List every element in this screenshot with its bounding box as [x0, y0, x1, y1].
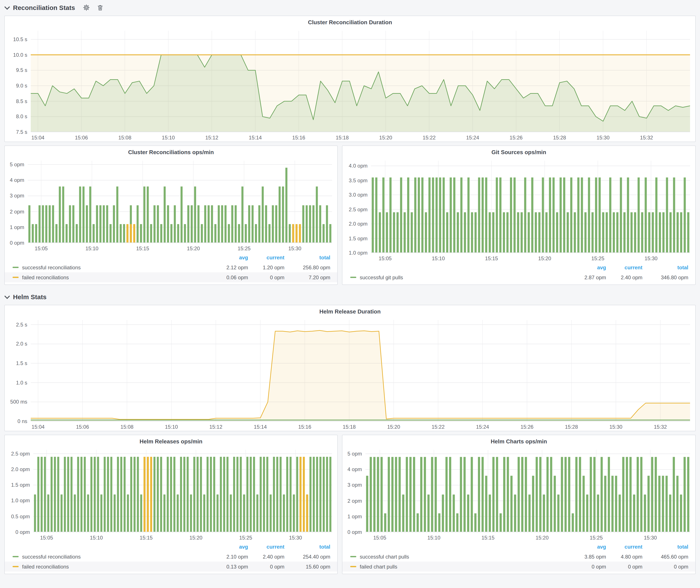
chevron-down-icon[interactable]	[4, 293, 10, 299]
x-tick-label: 15:12	[205, 135, 218, 141]
gear-icon[interactable]	[83, 4, 90, 11]
y-tick-label: 3 opm	[345, 482, 362, 488]
legend-sort-total[interactable]: total	[284, 544, 330, 550]
chart-plot-area[interactable]: 2.5 opm2.0 opm1.5 opm1.0 opm0.5 opm0 opm…	[7, 446, 335, 542]
section-title[interactable]: Reconciliation Stats	[13, 4, 75, 11]
legend-total-value: 254.40 opm	[284, 554, 330, 560]
x-tick-label: 15:30	[609, 424, 622, 430]
legend-row: successful chart pulls3.85 opm4.80 opm46…	[342, 552, 695, 562]
chart-canvas[interactable]	[28, 161, 332, 243]
x-tick-label: 15:08	[118, 135, 131, 141]
x-tick-label: 15:10	[427, 535, 440, 541]
y-tick-label: 2 opm	[7, 208, 24, 215]
legend-series-label[interactable]: successful reconciliations	[22, 554, 81, 560]
section-title[interactable]: Helm Stats	[13, 293, 47, 300]
y-tick-label: 1.5 opm	[345, 235, 368, 241]
legend-current-value: 0 opm	[248, 274, 284, 280]
section-header-reconciliation-stats: Reconciliation Stats	[5, 1, 696, 14]
legend-header-row: avgcurrenttotal	[342, 262, 695, 272]
legend-series-label[interactable]: failed chart pulls	[360, 564, 397, 570]
legend-sort-avg[interactable]: avg	[570, 544, 606, 550]
chart-plot-area[interactable]: 5 opm4 opm3 opm2 opm1 opm0 opm15:0515:10…	[7, 157, 335, 252]
legend-sort-avg[interactable]: avg	[212, 544, 248, 550]
x-tick-label: 15:25	[239, 535, 252, 541]
legend-sort-total[interactable]: total	[284, 254, 330, 260]
chart-plot-area[interactable]: 10.5 s10.0 s9.5 s9.0 s8.5 s8.0 s7.5 s15:…	[7, 27, 693, 142]
legend-swatch	[13, 566, 19, 567]
legend-series-label[interactable]: successful reconciliations	[22, 264, 81, 270]
legend-avg-value: 2.10 opm	[212, 554, 248, 560]
x-tick-label: 15:08	[121, 424, 134, 430]
x-tick-label: 15:18	[343, 424, 356, 430]
legend-series-label[interactable]: failed reconciliations	[22, 564, 69, 570]
chart-canvas[interactable]	[371, 161, 690, 253]
legend-sort-current[interactable]: current	[248, 254, 284, 260]
chart-canvas[interactable]	[365, 450, 690, 532]
x-tick-label: 15:05	[373, 535, 386, 541]
legend-current-value: 4.80 opm	[606, 554, 642, 560]
legend-current-value: 2.40 opm	[248, 554, 284, 560]
legend-row: failed reconciliations0.06 opm0 opm7.20 …	[5, 272, 337, 282]
x-tick-label: 15:30	[289, 535, 302, 541]
panel-title[interactable]: Cluster Reconciliation Duration	[5, 19, 695, 27]
x-tick-label: 15:32	[640, 135, 653, 141]
y-tick-label: 9.0 s	[7, 83, 27, 89]
x-tick-label: 15:20	[535, 535, 548, 541]
y-tick-label: 5 opm	[7, 162, 24, 168]
panel-git-sources-opm: Git Sources ops/min 4.0 opm3.5 opm3.0 op…	[342, 145, 696, 285]
chevron-down-icon[interactable]	[4, 4, 10, 9]
legend: avgcurrenttotalsuccessful reconciliation…	[5, 542, 337, 574]
x-tick-label: 15:05	[379, 255, 392, 262]
legend-sort-total[interactable]: total	[642, 264, 688, 270]
panel-title[interactable]: Helm Release Duration	[5, 308, 695, 317]
legend-sort-current[interactable]: current	[248, 544, 284, 550]
y-tick-label: 4 opm	[7, 177, 24, 183]
chart-plot-area[interactable]: 2.5 s2.0 s1.5 s1.0 s500 ms0 ns15:0415:06…	[7, 317, 693, 431]
legend-sort-avg[interactable]: avg	[570, 264, 606, 270]
legend-avg-value: 0 opm	[570, 564, 606, 570]
legend-row: successful reconciliations2.10 opm2.40 o…	[5, 552, 337, 562]
chart-plot-area[interactable]: 4.0 opm3.5 opm3.0 opm2.5 opm2.0 opm1.5 o…	[345, 157, 693, 262]
legend-row: successful reconciliations2.12 opm1.20 o…	[5, 262, 337, 272]
legend-series-label[interactable]: successful chart pulls	[360, 554, 409, 560]
panel-title[interactable]: Git Sources ops/min	[342, 149, 695, 157]
legend-total-value: 256.80 opm	[284, 264, 330, 270]
legend-series-label[interactable]: successful git pulls	[360, 274, 403, 280]
x-tick-label: 15:12	[209, 424, 222, 430]
legend-sort-current[interactable]: current	[606, 264, 642, 270]
x-tick-label: 15:25	[238, 246, 251, 252]
legend-sort-avg[interactable]: avg	[212, 254, 248, 260]
y-tick-label: 3.5 opm	[345, 177, 368, 183]
legend-sort-total[interactable]: total	[642, 544, 688, 550]
legend-series-label[interactable]: failed reconciliations	[22, 274, 69, 280]
chart-canvas[interactable]	[31, 320, 690, 421]
x-tick-label: 15:28	[565, 424, 578, 430]
y-tick-label: 2.0 opm	[345, 221, 368, 227]
dashboard: Reconciliation Stats Cluster Re	[0, 0, 700, 578]
x-tick-label: 15:30	[288, 246, 301, 252]
panel-cluster-reconciliations-opm: Cluster Reconciliations ops/min 5 opm4 o…	[4, 145, 338, 285]
panel-title[interactable]: Helm Releases ops/min	[5, 438, 337, 446]
x-tick-label: 15:06	[75, 135, 88, 141]
y-tick-label: 4 opm	[345, 466, 362, 472]
x-tick-label: 15:10	[90, 535, 103, 541]
x-tick-label: 15:30	[644, 535, 657, 541]
x-tick-label: 15:16	[298, 424, 311, 430]
y-tick-label: 1.5 opm	[7, 482, 30, 488]
legend-current-value: 0 opm	[606, 564, 642, 570]
y-tick-label: 2.5 opm	[7, 451, 30, 457]
x-tick-label: 15:04	[32, 424, 45, 430]
chart-canvas[interactable]	[31, 31, 690, 132]
chart-plot-area[interactable]: 5 opm4 opm3 opm2 opm1 opm0 opm15:0515:10…	[345, 446, 693, 542]
trash-icon[interactable]	[97, 4, 104, 11]
panel-title[interactable]: Cluster Reconciliations ops/min	[5, 149, 337, 157]
x-tick-label: 15:05	[40, 535, 53, 541]
chart-canvas[interactable]	[33, 450, 332, 532]
panel-title[interactable]: Helm Charts ops/min	[342, 438, 695, 446]
y-tick-label: 9.5 s	[7, 67, 27, 73]
x-tick-label: 15:20	[379, 135, 392, 141]
legend-swatch	[13, 556, 19, 557]
y-tick-label: 0 opm	[7, 240, 24, 246]
legend-swatch	[350, 277, 356, 278]
legend-sort-current[interactable]: current	[606, 544, 642, 550]
